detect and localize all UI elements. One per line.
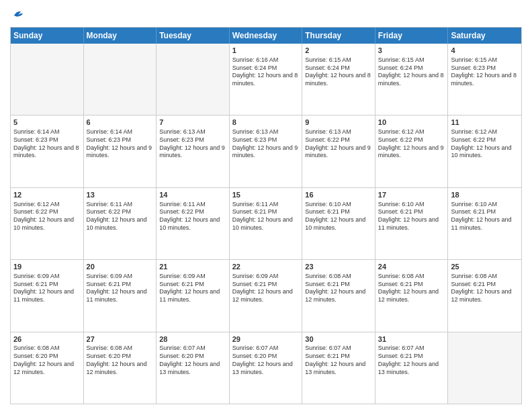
calendar-row: 5Sunrise: 6:14 AMSunset: 6:23 PMDaylight…: [11, 115, 521, 187]
day-info: Sunrise: 6:07 AMSunset: 6:21 PMDaylight:…: [378, 345, 445, 376]
day-cell: 1Sunrise: 6:16 AMSunset: 6:24 PMDaylight…: [230, 44, 303, 115]
day-number: 25: [451, 262, 519, 272]
day-info: Sunrise: 6:11 AMSunset: 6:22 PMDaylight:…: [87, 201, 154, 232]
day-cell: 4Sunrise: 6:15 AMSunset: 6:23 PMDaylight…: [448, 44, 521, 115]
day-info: Sunrise: 6:07 AMSunset: 6:21 PMDaylight:…: [305, 345, 372, 376]
day-number: 13: [87, 190, 154, 200]
day-info: Sunrise: 6:10 AMSunset: 6:21 PMDaylight:…: [451, 201, 519, 232]
day-info: Sunrise: 6:13 AMSunset: 6:23 PMDaylight:…: [159, 128, 226, 160]
day-cell: 31Sunrise: 6:07 AMSunset: 6:21 PMDayligh…: [375, 332, 449, 404]
day-cell: 18Sunrise: 6:10 AMSunset: 6:21 PMDayligh…: [448, 188, 521, 259]
day-cell: 13Sunrise: 6:11 AMSunset: 6:22 PMDayligh…: [84, 188, 157, 259]
day-info: Sunrise: 6:08 AMSunset: 6:20 PMDaylight:…: [87, 345, 154, 376]
day-info: Sunrise: 6:09 AMSunset: 6:21 PMDaylight:…: [13, 273, 81, 304]
day-number: 24: [378, 262, 445, 272]
page: SundayMondayTuesdayWednesdayThursdayFrid…: [0, 0, 532, 411]
day-number: 8: [232, 118, 300, 128]
day-info: Sunrise: 6:10 AMSunset: 6:21 PMDaylight:…: [305, 201, 372, 232]
day-cell: 17Sunrise: 6:10 AMSunset: 6:21 PMDayligh…: [375, 188, 449, 259]
day-info: Sunrise: 6:12 AMSunset: 6:22 PMDaylight:…: [378, 128, 445, 160]
day-number: 3: [378, 46, 445, 56]
day-number: 31: [378, 334, 445, 345]
day-cell: 30Sunrise: 6:07 AMSunset: 6:21 PMDayligh…: [302, 332, 375, 404]
calendar-body: 1Sunrise: 6:16 AMSunset: 6:24 PMDaylight…: [11, 44, 521, 404]
day-info: Sunrise: 6:08 AMSunset: 6:21 PMDaylight:…: [451, 273, 519, 304]
logo: [10, 7, 28, 21]
day-number: 12: [13, 190, 81, 200]
weekday-header: Wednesday: [230, 28, 303, 44]
calendar-row: 19Sunrise: 6:09 AMSunset: 6:21 PMDayligh…: [11, 259, 521, 331]
day-number: 11: [451, 118, 519, 128]
day-cell: 5Sunrise: 6:14 AMSunset: 6:23 PMDaylight…: [11, 116, 84, 187]
day-cell: 10Sunrise: 6:12 AMSunset: 6:22 PMDayligh…: [375, 116, 449, 187]
day-number: 28: [159, 334, 226, 345]
day-info: Sunrise: 6:09 AMSunset: 6:21 PMDaylight:…: [232, 273, 300, 304]
calendar-row: 1Sunrise: 6:16 AMSunset: 6:24 PMDaylight…: [11, 44, 521, 115]
day-info: Sunrise: 6:14 AMSunset: 6:23 PMDaylight:…: [13, 128, 81, 160]
calendar-row: 12Sunrise: 6:12 AMSunset: 6:22 PMDayligh…: [11, 187, 521, 259]
day-number: 2: [305, 46, 372, 56]
day-number: 26: [13, 334, 81, 345]
weekday-header: Tuesday: [157, 28, 230, 44]
logo-icon: [10, 7, 25, 21]
day-info: Sunrise: 6:07 AMSunset: 6:20 PMDaylight:…: [159, 345, 226, 376]
weekday-header: Friday: [375, 28, 449, 44]
day-number: 9: [305, 118, 372, 128]
day-cell: 26Sunrise: 6:08 AMSunset: 6:20 PMDayligh…: [11, 332, 84, 404]
day-cell: 29Sunrise: 6:07 AMSunset: 6:20 PMDayligh…: [230, 332, 303, 404]
day-info: Sunrise: 6:09 AMSunset: 6:21 PMDaylight:…: [87, 273, 154, 304]
day-cell: 21Sunrise: 6:09 AMSunset: 6:21 PMDayligh…: [157, 260, 230, 331]
day-cell: 28Sunrise: 6:07 AMSunset: 6:20 PMDayligh…: [157, 332, 230, 404]
day-number: 4: [451, 46, 519, 56]
day-info: Sunrise: 6:16 AMSunset: 6:24 PMDaylight:…: [232, 56, 300, 88]
day-cell: 20Sunrise: 6:09 AMSunset: 6:21 PMDayligh…: [84, 260, 157, 331]
day-number: 21: [159, 262, 226, 272]
day-cell: 11Sunrise: 6:12 AMSunset: 6:22 PMDayligh…: [448, 116, 521, 187]
day-info: Sunrise: 6:13 AMSunset: 6:23 PMDaylight:…: [232, 128, 300, 160]
day-cell: 15Sunrise: 6:11 AMSunset: 6:21 PMDayligh…: [230, 188, 303, 259]
day-info: Sunrise: 6:15 AMSunset: 6:24 PMDaylight:…: [305, 56, 372, 88]
day-info: Sunrise: 6:15 AMSunset: 6:23 PMDaylight:…: [451, 56, 519, 88]
day-info: Sunrise: 6:07 AMSunset: 6:20 PMDaylight:…: [232, 345, 300, 376]
calendar: SundayMondayTuesdayWednesdayThursdayFrid…: [10, 27, 522, 404]
day-number: 16: [305, 190, 372, 200]
day-cell: 14Sunrise: 6:11 AMSunset: 6:22 PMDayligh…: [157, 188, 230, 259]
day-info: Sunrise: 6:12 AMSunset: 6:22 PMDaylight:…: [451, 128, 519, 160]
weekday-header: Sunday: [11, 28, 84, 44]
day-number: 19: [13, 262, 81, 272]
day-number: 7: [159, 118, 226, 128]
day-cell: 8Sunrise: 6:13 AMSunset: 6:23 PMDaylight…: [230, 116, 303, 187]
day-number: 20: [87, 262, 154, 272]
day-info: Sunrise: 6:08 AMSunset: 6:21 PMDaylight:…: [305, 273, 372, 304]
day-info: Sunrise: 6:11 AMSunset: 6:22 PMDaylight:…: [159, 201, 226, 232]
day-info: Sunrise: 6:11 AMSunset: 6:21 PMDaylight:…: [232, 201, 300, 232]
day-number: 27: [87, 334, 154, 345]
day-info: Sunrise: 6:13 AMSunset: 6:22 PMDaylight:…: [305, 128, 372, 160]
day-number: 22: [232, 262, 300, 272]
day-number: 14: [159, 190, 226, 200]
day-number: 30: [305, 334, 372, 345]
day-number: 6: [87, 118, 154, 128]
day-number: 23: [305, 262, 372, 272]
day-cell: 7Sunrise: 6:13 AMSunset: 6:23 PMDaylight…: [157, 116, 230, 187]
weekday-header: Monday: [84, 28, 157, 44]
day-cell: 9Sunrise: 6:13 AMSunset: 6:22 PMDaylight…: [302, 116, 375, 187]
day-info: Sunrise: 6:08 AMSunset: 6:20 PMDaylight:…: [13, 345, 81, 376]
day-cell: 3Sunrise: 6:15 AMSunset: 6:24 PMDaylight…: [375, 44, 449, 115]
day-cell: 24Sunrise: 6:08 AMSunset: 6:21 PMDayligh…: [375, 260, 449, 331]
day-number: 10: [378, 118, 445, 128]
day-info: Sunrise: 6:15 AMSunset: 6:24 PMDaylight:…: [378, 56, 445, 88]
day-info: Sunrise: 6:08 AMSunset: 6:21 PMDaylight:…: [378, 273, 445, 304]
day-number: 1: [232, 46, 300, 56]
day-number: 17: [378, 190, 445, 200]
weekday-header: Saturday: [448, 28, 521, 44]
calendar-header: SundayMondayTuesdayWednesdayThursdayFrid…: [11, 28, 521, 44]
day-cell: [11, 44, 84, 115]
day-info: Sunrise: 6:14 AMSunset: 6:23 PMDaylight:…: [87, 128, 154, 160]
day-number: 29: [232, 334, 300, 345]
day-number: 18: [451, 190, 519, 200]
day-cell: [448, 332, 521, 404]
day-cell: [84, 44, 157, 115]
calendar-row: 26Sunrise: 6:08 AMSunset: 6:20 PMDayligh…: [11, 332, 521, 404]
day-info: Sunrise: 6:09 AMSunset: 6:21 PMDaylight:…: [159, 273, 226, 304]
